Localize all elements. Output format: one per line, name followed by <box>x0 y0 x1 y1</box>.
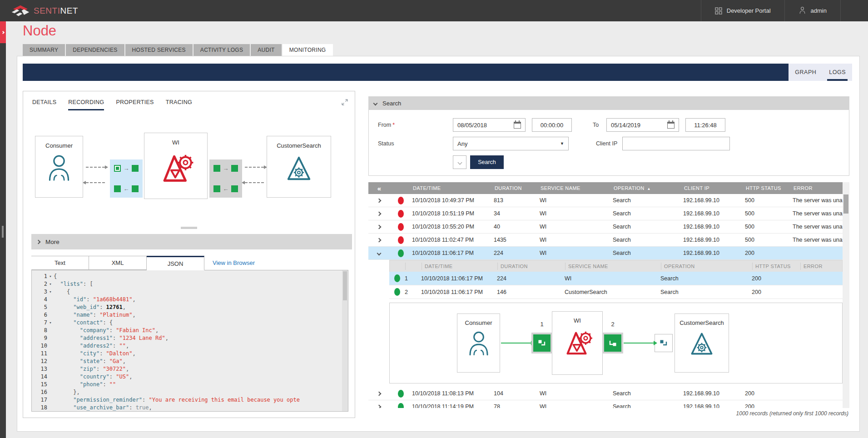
client-ip-input[interactable] <box>622 137 730 150</box>
column-header-operation[interactable]: OPERATION▲ <box>613 185 683 191</box>
tab-activity-logs[interactable]: ACTIVITY LOGS <box>193 44 250 56</box>
content-tab-text[interactable]: Text <box>31 256 89 270</box>
cell-operation: Search <box>613 250 683 256</box>
developer-portal-link[interactable]: Developer Portal <box>701 0 784 21</box>
log-row[interactable]: 10/10/2018 10:55:20 PM40WISearch192.168.… <box>368 220 843 234</box>
column-header-client-ip[interactable]: CLIENT IP <box>683 185 745 191</box>
panel-tab-details[interactable]: DETAILS <box>32 99 56 110</box>
collapse-all-button[interactable]: « <box>368 184 389 192</box>
column-header-error[interactable]: ERROR <box>793 185 843 191</box>
tab-hosted-services[interactable]: HOSTED SERVICES <box>125 44 193 56</box>
message-step-small[interactable] <box>655 334 673 352</box>
row-expander[interactable] <box>368 392 389 395</box>
user-menu[interactable]: admin <box>784 0 841 21</box>
search-section-header[interactable]: Search <box>368 96 849 110</box>
content-tab-xml[interactable]: XML <box>89 256 147 270</box>
message-step-2[interactable]: 2 <box>602 333 623 353</box>
column-header-http-status[interactable]: HTTP STATUS <box>745 185 793 191</box>
diagram-node-consumer[interactable]: Consumer <box>35 136 83 198</box>
grid-scrollbar-thumb[interactable] <box>843 194 848 214</box>
collapsed-sidebar <box>0 21 6 438</box>
top-bar: SENTINET Developer Portal admin <box>0 0 868 21</box>
column-header-date-time[interactable]: DATE/TIME <box>412 185 494 191</box>
column-header-duration[interactable]: DURATION <box>494 185 540 191</box>
subgrid-column-header-service-name[interactable]: SERVICE NAME <box>565 263 661 270</box>
transaction-row[interactable]: 210/10/2018 11:06:17 PM146CustomerSearch… <box>389 285 843 299</box>
grid-scrollbar[interactable] <box>843 182 849 408</box>
content-tab-json[interactable]: JSON <box>147 256 204 270</box>
code-text: { <box>54 273 57 280</box>
json-code-viewer[interactable]: 1▾{2▾ "lists": [3▾ {4 "id": "1a668b4481"… <box>31 270 348 412</box>
status-cell <box>389 223 412 231</box>
fold-toggle-icon[interactable]: ▾ <box>47 288 54 296</box>
code-scrollbar-thumb[interactable] <box>343 271 347 300</box>
log-row[interactable]: 10/10/2018 10:51:19 PM34WISearch192.168.… <box>368 207 843 220</box>
to-date-input[interactable]: 05/14/2019 <box>606 118 679 132</box>
tab-dependencies[interactable]: DEPENDENCIES <box>66 44 124 56</box>
log-row[interactable]: 10/10/2018 10:49:37 PM813WISearch192.168… <box>368 194 843 207</box>
subgrid-column-header-date-time[interactable]: DATE/TIME <box>422 263 497 270</box>
toggle-logs[interactable]: LOGS <box>823 64 852 81</box>
code-line: 11 "city": "Dalton", <box>35 350 340 358</box>
subgrid-column-header-duration[interactable]: DURATION <box>497 263 565 270</box>
calendar-icon[interactable] <box>667 122 675 129</box>
resize-gutter[interactable] <box>23 225 355 230</box>
expand-panel-button[interactable] <box>341 99 348 108</box>
log-row[interactable]: 10/10/2018 11:08:13 PM104WISearch192.168… <box>368 387 843 400</box>
search-options-dropdown-button[interactable] <box>453 155 466 169</box>
panel-tab-properties[interactable]: PROPERTIES <box>116 99 154 110</box>
tab-summary[interactable]: SUMMARY <box>23 44 65 56</box>
code-text: "state": "Ga", <box>54 358 126 365</box>
brand-logo[interactable]: SENTINET <box>0 4 78 18</box>
from-date-input[interactable]: 08/05/2018 <box>453 118 526 132</box>
code-scrollbar[interactable] <box>342 270 348 411</box>
log-row[interactable]: 10/10/2018 11:06:17 PM224WISearch192.168… <box>368 247 843 260</box>
transaction-row[interactable]: 110/10/2018 11:06:17 PM224WISearch200 <box>389 272 843 285</box>
diagram-node-wi[interactable]: WI <box>144 133 208 199</box>
exchange-block-selected[interactable]: → ← <box>110 159 143 198</box>
row-expander[interactable] <box>368 225 389 229</box>
flow-node-customersearch[interactable]: CustomerSearch <box>675 314 729 373</box>
tab-monitoring[interactable]: MONITORING <box>283 44 333 56</box>
row-expander[interactable] <box>368 252 389 255</box>
toggle-graph[interactable]: GRAPH <box>789 64 823 81</box>
panel-tab-tracing[interactable]: TRACING <box>166 99 192 110</box>
from-time-input[interactable]: 00:00:00 <box>532 118 572 132</box>
tab-audit[interactable]: AUDIT <box>251 44 282 56</box>
status-select[interactable]: Any ▼ <box>453 137 569 150</box>
calendar-icon[interactable] <box>514 122 521 129</box>
row-expander[interactable] <box>368 239 389 242</box>
fold-toggle-icon[interactable]: ▾ <box>47 273 54 280</box>
fold-toggle-icon[interactable]: ▾ <box>47 319 54 327</box>
more-expander[interactable]: More <box>31 234 352 249</box>
row-expander[interactable] <box>368 212 389 215</box>
row-expander[interactable] <box>368 405 389 408</box>
message-step-1[interactable]: 1 <box>531 333 552 353</box>
subgrid-column-header-operation[interactable]: OPERATION <box>661 263 752 270</box>
to-time-input[interactable]: 11:26:48 <box>685 118 725 132</box>
column-header-service-name[interactable]: SERVICE NAME <box>540 185 613 191</box>
code-line: 9 "address1": "1234 Lane Rd", <box>35 334 340 342</box>
sidebar-handle[interactable] <box>2 226 4 238</box>
flow-node-consumer[interactable]: Consumer <box>457 314 500 373</box>
row-expander[interactable] <box>368 199 389 202</box>
sidebar-expand-button[interactable] <box>0 21 6 43</box>
diagram-node-customersearch[interactable]: CustomerSearch <box>267 136 331 198</box>
subgrid-column-header-error[interactable]: ERROR <box>800 263 842 270</box>
cell-http-status: 200 <box>752 289 800 295</box>
flow-node-wi[interactable]: WI <box>552 311 603 375</box>
message-square-outline <box>114 165 121 172</box>
log-row[interactable]: 10/10/2018 11:14:19 PM78WISearch192.168.… <box>368 400 843 408</box>
subgrid-index-header <box>405 263 422 270</box>
consumer-icon <box>467 331 491 359</box>
cell-duration: 34 <box>494 210 540 217</box>
fold-toggle-icon[interactable]: ▾ <box>47 280 54 288</box>
page-title: Node <box>23 23 56 39</box>
exchange-block[interactable]: → ← <box>209 159 242 198</box>
search-button[interactable]: Search <box>470 155 504 169</box>
view-in-browser-link[interactable]: View in Browser <box>213 259 255 266</box>
panel-tab-recording[interactable]: RECORDING <box>68 99 104 110</box>
cell-datetime: 10/10/2018 11:02:47 PM <box>412 237 494 243</box>
subgrid-column-header-http-status[interactable]: HTTP STATUS <box>752 263 800 270</box>
log-row[interactable]: 10/10/2018 11:02:47 PM1435WISearch192.16… <box>368 234 843 247</box>
